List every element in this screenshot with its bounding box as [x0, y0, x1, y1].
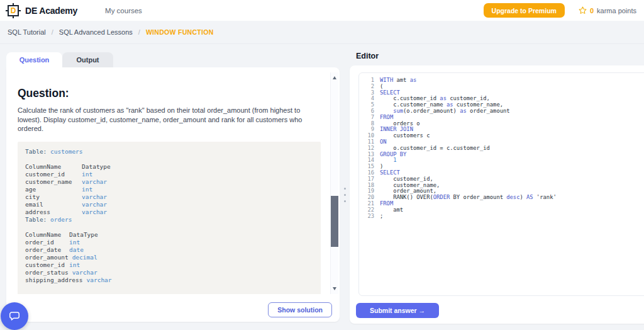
question-scrollbar[interactable]: [330, 72, 338, 294]
nav-my-courses[interactable]: My courses: [105, 7, 142, 14]
scrollbar-thumb[interactable]: [331, 196, 338, 247]
code-line: 13GROUP BY: [359, 152, 644, 158]
schema-row: addressvarchar: [25, 208, 313, 216]
brand-name: DE Academy: [25, 6, 77, 16]
tab-output[interactable]: Output: [62, 52, 113, 67]
crumb-separator: /: [52, 28, 53, 36]
editor-title: Editor: [356, 52, 379, 60]
brand-home-link[interactable]: D DE Academy: [8, 5, 77, 16]
code-line: 23;: [359, 213, 644, 220]
code-line: 15): [359, 164, 644, 170]
schema-table-title: Table: orders: [25, 216, 313, 224]
question-heading: Question:: [18, 87, 321, 100]
breadcrumb: SQL Tutorial / SQL Advanced Lessons / WI…: [0, 21, 644, 44]
schema-row: customer_idint: [25, 171, 313, 178]
schema-row: customer_namevarchar: [25, 178, 313, 186]
karma-label: karma points: [597, 7, 636, 14]
schema-row: order_idint: [25, 239, 313, 246]
question-output-tabs: Question Output: [6, 52, 113, 67]
question-body: Calculate the rank of customers as "rank…: [18, 106, 321, 134]
question-scroll-area[interactable]: Question: Calculate the rank of customer…: [18, 72, 321, 294]
schema-header-row: ColumnNameDatatype: [25, 163, 313, 171]
karma-points: 0 karma points: [579, 6, 636, 14]
submit-answer-button[interactable]: Submit answer →: [356, 303, 439, 318]
code-line: 22 amt: [359, 207, 644, 213]
schema-table: Table: customersColumnNameDatatypecustom…: [25, 148, 313, 216]
scroll-down-icon[interactable]: [333, 287, 336, 290]
question-panel: Question: Calculate the rank of customer…: [6, 67, 340, 322]
upgrade-premium-button[interactable]: Upgrade to Premium: [484, 3, 565, 18]
schema-table: Table: ordersColumnNameDataTypeorder_idi…: [25, 216, 313, 284]
chat-fab-button[interactable]: [1, 302, 28, 330]
karma-count: 0: [590, 7, 594, 14]
schema-table-title: Table: customers: [25, 148, 313, 156]
code-line: 2(: [359, 84, 644, 90]
code-line: 1WITH amt as: [359, 77, 644, 84]
code-line: 6 sum(o.order_amount) as order_amount: [359, 108, 644, 115]
crumb-current-window-function: WINDOW FUNCTION: [146, 28, 214, 36]
code-line: 14 1: [359, 157, 644, 164]
scroll-up-icon[interactable]: [333, 76, 336, 79]
code-editor[interactable]: 1WITH amt as2(3SELECT4 c.customer_id as …: [358, 72, 644, 296]
code-line: 20 RANK() OVER(ORDER BY order_amount des…: [359, 195, 644, 201]
schema-row: customer_idint: [25, 261, 313, 269]
schema-row: order_datedate: [25, 246, 313, 254]
line-number: 23: [359, 213, 374, 220]
crumb-sql-tutorial[interactable]: SQL Tutorial: [8, 28, 46, 36]
schema-row: cityvarchar: [25, 193, 313, 201]
tab-question[interactable]: Question: [6, 52, 62, 67]
code-line: 10 customers c: [359, 133, 644, 139]
crumb-sql-advanced-lessons[interactable]: SQL Advanced Lessons: [59, 28, 133, 36]
star-icon: [579, 6, 587, 14]
editor-panel: 1WITH amt as2(3SELECT4 c.customer_id as …: [350, 65, 644, 324]
chat-bubble-icon: [8, 310, 21, 322]
show-solution-button[interactable]: Show solution: [268, 302, 332, 317]
schema-header-row: ColumnNameDataType: [25, 231, 313, 239]
app-header: D DE Academy My courses Upgrade to Premi…: [0, 0, 644, 21]
schema-row: ageint: [25, 186, 313, 193]
panel-resize-handle[interactable]: [340, 67, 350, 322]
crumb-separator: /: [138, 28, 140, 36]
schema-row: emailvarchar: [25, 201, 313, 208]
schema-row: shipping_addressvarchar: [25, 276, 313, 284]
brand-logo-icon: D: [8, 5, 19, 16]
schema-row: order_statusvarchar: [25, 269, 313, 276]
schema-block: Table: customersColumnNameDatatypecustom…: [18, 142, 321, 294]
schema-row: order_amountdecimal: [25, 254, 313, 261]
header-right: Upgrade to Premium 0 karma points: [484, 3, 636, 18]
